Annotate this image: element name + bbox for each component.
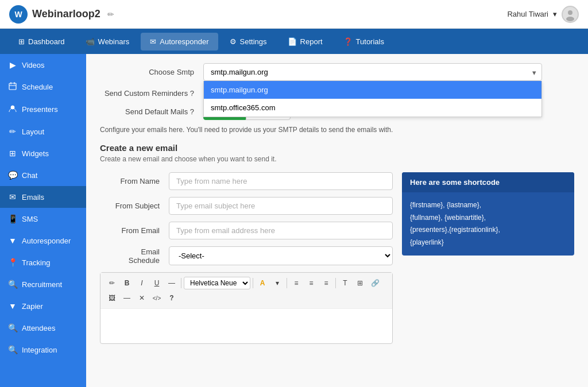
sidebar-item-layout[interactable]: ✏ Layout	[0, 121, 86, 142]
toolbar-sep-4	[335, 278, 336, 288]
user-name: Rahul Tiwari	[507, 10, 548, 18]
schedule-icon	[8, 82, 17, 92]
from-email-label: From Email	[100, 226, 169, 235]
email-schedule-label: EmailSchedule	[100, 247, 169, 265]
custom-reminders-label: Send Custom Reminders ?	[100, 89, 203, 98]
shortcode-column: Here are some shortcode {firstname}, {la…	[402, 172, 574, 344]
sidebar-item-sms[interactable]: 📱 SMS	[0, 208, 86, 230]
logo-area: W Webinarloop2 ✏	[9, 5, 114, 24]
svg-rect-5	[9, 83, 16, 90]
app-name: Webinarloop2	[32, 8, 100, 20]
smtp-select[interactable]: smtp.mailgun.org smtp.office365.com	[203, 63, 542, 81]
autoresponder-sidebar-icon: ▼	[8, 236, 17, 245]
editor-wrap: ✏ B I U — Helvetica Neue A ▾	[100, 272, 393, 344]
from-email-input[interactable]	[169, 222, 393, 239]
shortcode-line-4: {playerlink}	[410, 237, 566, 249]
nav-webinars[interactable]: 📹 Webinars	[76, 33, 139, 51]
settings-icon: ⚙	[230, 37, 237, 46]
default-mails-label: Send Default Mails ?	[100, 107, 203, 116]
svg-point-4	[566, 17, 574, 21]
sidebar-item-autoresponder[interactable]: ▼ Autoresponder	[0, 230, 86, 251]
toolbar-image[interactable]: 🖼	[105, 291, 119, 305]
toolbar-close[interactable]: ✕	[135, 291, 149, 305]
toolbar-font-select[interactable]: Helvetica Neue	[184, 277, 250, 289]
toolbar-code[interactable]: </>	[150, 291, 164, 305]
toolbar-sep-1	[181, 278, 181, 288]
sidebar-item-schedule[interactable]: Schedule	[0, 76, 86, 98]
sidebar-item-chat[interactable]: 💬 Chat	[0, 164, 86, 186]
nav-autoresponder[interactable]: ✉ Autoresponder	[141, 33, 218, 51]
sidebar: ▶ Videos Schedule Presenters ✏ Layout ⊞ …	[0, 54, 86, 387]
toolbar-indent[interactable]: ≡	[319, 276, 333, 290]
presenters-icon	[8, 105, 17, 114]
from-name-wrap	[169, 172, 393, 190]
toolbar-hr[interactable]: —	[120, 291, 134, 305]
nav-tutorials[interactable]: ❓ Tutorials	[334, 33, 393, 51]
toolbar-text-format[interactable]: T	[338, 276, 352, 290]
sms-icon: 📱	[8, 214, 17, 223]
toolbar-underline[interactable]: U	[150, 276, 164, 290]
avatar[interactable]	[562, 6, 579, 23]
tracking-icon: 📍	[8, 258, 17, 267]
from-email-row: From Email	[100, 222, 393, 239]
smtp-option-office365[interactable]: smtp.office365.com	[204, 99, 541, 117]
toolbar-table[interactable]: ⊞	[353, 276, 367, 290]
autoresponder-icon: ✉	[150, 37, 156, 46]
edit-icon[interactable]: ✏	[107, 10, 114, 19]
sidebar-item-integration[interactable]: 🔍 Integration	[0, 339, 86, 361]
toolbar-pencil[interactable]: ✏	[105, 276, 119, 290]
toolbar-link[interactable]: 🔗	[368, 276, 382, 290]
sidebar-item-tracking[interactable]: 📍 Tracking	[0, 251, 86, 273]
nav-settings[interactable]: ⚙ Settings	[220, 33, 276, 51]
dashboard-icon: ⊞	[18, 37, 25, 46]
sidebar-item-presenters[interactable]: Presenters	[0, 98, 86, 121]
section-title: Create a new email	[100, 143, 574, 153]
zapier-icon: ▼	[8, 301, 17, 311]
sidebar-item-recruitment[interactable]: 🔍 Recruitment	[0, 273, 86, 295]
from-subject-row: From Subject	[100, 197, 393, 215]
layout-icon: ✏	[8, 127, 17, 136]
recruitment-icon: 🔍	[8, 280, 17, 289]
emails-icon: ✉	[8, 192, 17, 202]
nav-report[interactable]: 📄 Report	[278, 33, 332, 51]
form-column: From Name From Subject From	[100, 172, 393, 344]
section-subtitle: Create a new email and choose when you w…	[100, 155, 574, 163]
svg-point-3	[568, 10, 572, 15]
tutorials-icon: ❓	[343, 37, 353, 46]
sidebar-item-videos[interactable]: ▶ Videos	[0, 54, 86, 76]
toolbar-ol[interactable]: ≡	[304, 276, 318, 290]
toolbar-bold[interactable]: B	[120, 276, 134, 290]
sidebar-item-emails[interactable]: ✉ Emails	[0, 186, 86, 208]
sidebar-item-widgets[interactable]: ⊞ Widgets	[0, 142, 86, 164]
toolbar-help[interactable]: ?	[165, 291, 179, 305]
editor-body[interactable]	[100, 309, 392, 343]
toolbar-italic[interactable]: I	[135, 276, 149, 290]
from-subject-label: From Subject	[100, 202, 169, 210]
logo-icon: W	[9, 5, 28, 24]
email-schedule-wrap: -Select-	[169, 246, 393, 265]
toolbar-ul[interactable]: ≡	[289, 276, 303, 290]
nav-dashboard[interactable]: ⊞ Dashboard	[9, 33, 74, 51]
main-content: Choose Smtp smtp.mailgun.org smtp.office…	[86, 54, 588, 387]
from-subject-input[interactable]	[169, 197, 393, 215]
toolbar-font-color[interactable]: A	[256, 276, 269, 290]
user-area[interactable]: Rahul Tiwari ▾	[507, 6, 579, 23]
integration-icon: 🔍	[8, 345, 17, 354]
sidebar-item-zapier[interactable]: ▼ Zapier	[0, 295, 86, 317]
from-email-wrap	[169, 222, 393, 239]
toolbar-strikethrough[interactable]: —	[165, 276, 179, 290]
from-name-input[interactable]	[169, 172, 393, 190]
widgets-icon: ⊞	[8, 149, 17, 158]
shortcode-box: Here are some shortcode {firstname}, {la…	[402, 172, 574, 256]
email-schedule-select[interactable]: -Select-	[169, 246, 393, 265]
toolbar-sep-3	[287, 278, 287, 288]
from-name-row: From Name	[100, 172, 393, 190]
toolbar-color-dropdown[interactable]: ▾	[270, 276, 284, 290]
smtp-row: Choose Smtp smtp.mailgun.org smtp.office…	[100, 63, 574, 81]
sidebar-item-attendees[interactable]: 🔍 Attendees	[0, 317, 86, 339]
smtp-option-mailgun[interactable]: smtp.mailgun.org	[204, 81, 541, 99]
smtp-dropdown: smtp.mailgun.org smtp.office365.com	[203, 81, 542, 117]
shortcode-header: Here are some shortcode	[402, 172, 574, 192]
email-schedule-row: EmailSchedule -Select-	[100, 246, 393, 265]
two-col-layout: From Name From Subject From	[100, 172, 574, 344]
